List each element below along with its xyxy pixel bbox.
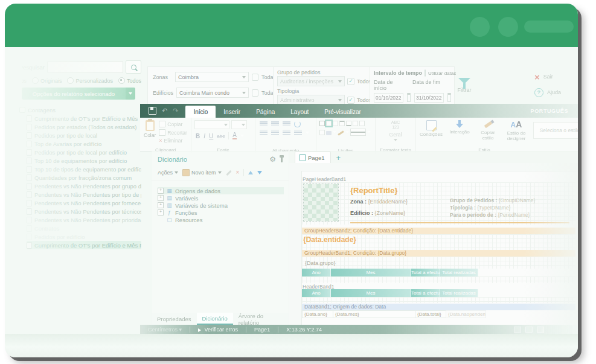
table-header-cell[interactable]: Mes [331, 269, 411, 276]
table-header-cell[interactable]: Ano [302, 269, 331, 276]
border-style-select[interactable] [350, 129, 366, 136]
typology-all-checkbox[interactable]: ✓ [347, 97, 354, 104]
font-color-button[interactable]: A [232, 132, 237, 139]
delete-icon[interactable]: × [236, 170, 240, 176]
report-list-item[interactable]: Pedidos por estados (Todos os estados) [27, 123, 141, 131]
table-header-cell[interactable]: Total a efectuar [411, 289, 440, 297]
underline-button[interactable]: U [209, 133, 213, 139]
units-dropdown[interactable]: Centímetros ▾ [140, 327, 190, 333]
border-color-icon[interactable] [338, 130, 344, 136]
table-header-cell[interactable]: Ano [302, 289, 331, 297]
dictionary-tree-item[interactable]: + ▦ Origens de dados [158, 187, 284, 194]
data-row[interactable]: {Data.ano}{Data.mes}{Data.total}{Data.na… [302, 310, 486, 318]
tree-group-contagens[interactable]: Contagens [19, 106, 141, 114]
request-group-all-checkbox[interactable]: ✓ [347, 78, 354, 85]
border-outside-icon[interactable] [326, 121, 332, 126]
search-input[interactable] [47, 61, 123, 73]
move-up-icon[interactable] [248, 171, 253, 174]
data-cell[interactable]: {Data.total} [415, 310, 446, 318]
report-list-item[interactable]: Cumprimento de OT's por Edifício e Mês P… [27, 241, 141, 249]
report-options-caret[interactable] [126, 88, 135, 100]
border-box-icon[interactable] [319, 130, 325, 135]
report-title-field[interactable]: {ReportTitle} [350, 186, 398, 195]
align-middle-icon[interactable] [271, 121, 279, 127]
fit-width-icon[interactable] [514, 327, 521, 333]
report-list-item[interactable]: Top 10 de tipos de equipamento por edifí… [27, 165, 141, 173]
exit-button[interactable]: × Sair [534, 70, 578, 83]
dictionary-tree-item[interactable]: + ƒ Funções [158, 209, 284, 216]
report-options-button[interactable]: Opções do relatório selecionado [22, 88, 135, 100]
chevron-down-icon[interactable] [345, 131, 349, 133]
data-band-strip[interactable]: DataBand1; Origem de dados: Data [302, 304, 575, 310]
calendar-icon[interactable] [407, 93, 411, 102]
edificio-field[interactable]: Edifício : {ZoneName} [350, 210, 405, 216]
undo-icon[interactable]: ↶ [162, 107, 167, 115]
report-filter-radio[interactable]: Personalizados [67, 77, 113, 84]
report-list-item[interactable]: Contratos [27, 224, 141, 232]
data-cell[interactable]: {Data.ano} [302, 310, 333, 318]
align-justify-icon[interactable] [294, 130, 302, 135]
fill-color-icon[interactable] [326, 131, 332, 135]
border-none-icon[interactable] [333, 121, 338, 126]
rotate-text-icon[interactable] [294, 121, 301, 127]
search-button[interactable] [126, 60, 141, 74]
edit-icon[interactable] [226, 170, 231, 175]
expand-icon[interactable]: + [158, 188, 164, 194]
panel-tab[interactable]: Dicionário [197, 313, 233, 325]
align-center-icon[interactable] [271, 130, 279, 135]
expand-icon[interactable]: + [158, 202, 164, 208]
table-header-row-1[interactable]: AnoMesTotal a efectuarTotal realizadas [302, 269, 478, 276]
header-right-fields[interactable]: Grupo de Pedidos : {GroupIDName} Tipolog… [450, 197, 535, 219]
zona-field[interactable]: Zona : {EntidadeName} [350, 199, 408, 205]
ribbon-tab[interactable]: Inserir [216, 106, 248, 118]
page-tab[interactable]: Page1 [295, 152, 331, 163]
report-list-item[interactable]: Top de Avarias por edifício [27, 139, 141, 148]
delete-button[interactable]: ×Eliminar [159, 138, 187, 144]
align-bottom-icon[interactable] [283, 121, 290, 127]
design-canvas[interactable]: PageHeaderBand1 {ReportTitle} Zona : {En… [289, 163, 578, 325]
report-list-item[interactable]: Pedidos por tipo de local [27, 131, 141, 139]
group-header-band-1[interactable]: GroupHeaderBand1; Condição: {Data.grupo} [302, 250, 575, 257]
ribbon-tab[interactable]: Início [185, 106, 216, 118]
redo-icon[interactable]: ↷ [173, 107, 178, 115]
start-date-input[interactable]: 01/10/2022 [374, 93, 403, 103]
report-list-item[interactable]: Cumprimento de OT's por Edifício e Mês [27, 114, 141, 123]
border-all-icon[interactable] [319, 121, 325, 126]
help-button[interactable]: ? Ajuda [534, 86, 578, 99]
border-right-icon[interactable] [359, 121, 365, 126]
report-list-item[interactable]: Pendentes vs Não Pendentes por grupo de … [27, 182, 141, 190]
align-left-icon[interactable] [260, 130, 268, 135]
border-top-icon[interactable] [339, 121, 345, 126]
check-errors-button[interactable]: Verificar erros [190, 327, 246, 333]
copy-button[interactable]: Copiar [159, 121, 187, 127]
report-list-item[interactable]: Pendentes vs Não Pendentes por tipo de p… [27, 190, 141, 199]
group-header-band-2[interactable]: GroupHeaderBand2; Condição: {Data.entida… [302, 228, 575, 234]
save-icon[interactable] [149, 107, 156, 115]
gear-icon[interactable]: ⚙ [269, 155, 276, 164]
ribbon-tab[interactable]: Layout [283, 106, 316, 118]
report-list-item[interactable]: Top 10 de equipamentos por edifício [27, 156, 141, 165]
zones-select[interactable]: Coimbra [175, 72, 248, 82]
table-header-cell[interactable]: Mes [331, 289, 411, 297]
zoom-icon[interactable] [537, 327, 544, 333]
align-top-icon[interactable] [260, 121, 268, 127]
chevron-down-icon[interactable] [394, 139, 397, 141]
grupo-band[interactable] [302, 257, 575, 269]
move-down-icon[interactable] [257, 171, 262, 174]
panel-tab[interactable]: Propriedades [152, 313, 197, 324]
style-select[interactable]: Seleciona o estilo [533, 122, 578, 139]
request-group-select[interactable]: Auditorias / inspeções [277, 76, 345, 86]
fit-page-icon[interactable] [525, 327, 533, 333]
buildings-select[interactable]: Coimbra Main condo [176, 88, 249, 98]
dictionary-tree-item[interactable]: + ▤ Variáveis [158, 194, 284, 202]
chevron-down-icon[interactable] [240, 135, 244, 137]
dictionary-tree-item[interactable]: + ▢ Resources [158, 216, 284, 223]
new-item-dropdown[interactable]: Novo item [182, 169, 222, 176]
logo-placeholder[interactable] [304, 184, 338, 221]
chevron-down-icon[interactable] [306, 132, 309, 134]
data-cell[interactable]: {Data.mes} [333, 310, 415, 318]
actions-dropdown[interactable]: Ações [158, 170, 178, 176]
border-bottom-icon[interactable] [346, 121, 351, 126]
ribbon-tab[interactable]: Página [248, 106, 283, 118]
font-size-select[interactable] [231, 120, 247, 129]
